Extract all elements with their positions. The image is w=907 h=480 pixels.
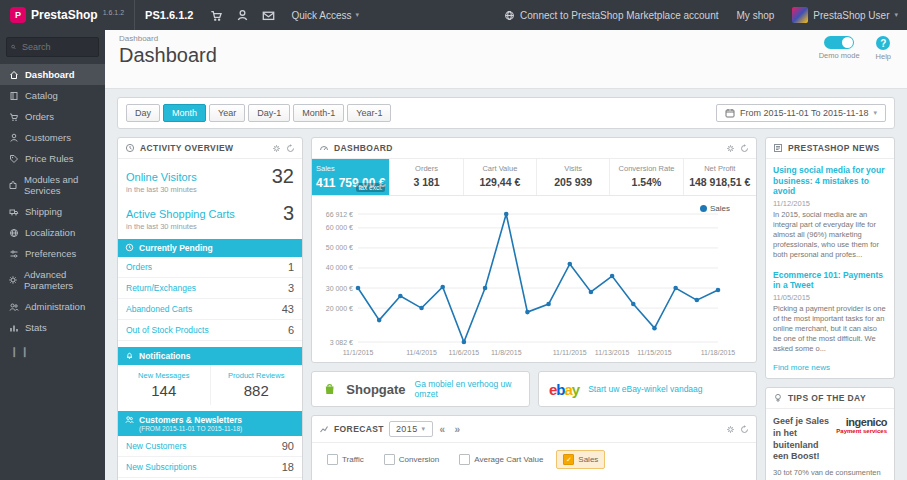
sidebar-item-preferences[interactable]: Preferences bbox=[0, 243, 105, 264]
ebay-promo-link[interactable]: Start uw eBay-winkel vandaag bbox=[588, 384, 702, 394]
sidebar-item-customers[interactable]: Customers bbox=[0, 127, 105, 148]
pending-row-link[interactable]: Orders bbox=[126, 262, 152, 272]
quick-access-menu[interactable]: Quick Access ▾ bbox=[281, 0, 369, 30]
sidebar-item-orders[interactable]: Orders bbox=[0, 106, 105, 127]
product-reviews-label: Product Reviews bbox=[213, 371, 301, 380]
news-article: Using social media for your business: 4 … bbox=[773, 165, 887, 261]
kpi-tab-cart-value[interactable]: Cart Value 129,44 € bbox=[464, 159, 537, 195]
shopgate-promo-link[interactable]: Ga mobiel en verhoog uw omzet bbox=[415, 379, 519, 399]
ebay-letter-3: y bbox=[572, 381, 579, 398]
my-shop-link[interactable]: My shop bbox=[728, 0, 784, 30]
range-button-day[interactable]: Day bbox=[126, 104, 160, 122]
online-visitors-link[interactable]: Online Visitors bbox=[126, 171, 197, 183]
customers-row-link[interactable]: New Customers bbox=[126, 441, 186, 451]
svg-text:3 082 €: 3 082 € bbox=[330, 339, 353, 346]
forecast-year-select[interactable]: 2015 ▾ bbox=[389, 421, 433, 437]
forecast-legend-traffic[interactable]: Traffic bbox=[320, 450, 371, 469]
pending-row-value: 43 bbox=[282, 303, 294, 315]
marketplace-link[interactable]: Connect to PrestaShop Marketplace accoun… bbox=[495, 0, 727, 30]
sidebar-item-dashboard[interactable]: Dashboard bbox=[0, 64, 105, 85]
kpi-tab-visits[interactable]: Visits 205 939 bbox=[537, 159, 610, 195]
kpi-value: 1.54% bbox=[614, 176, 678, 188]
sidebar-item-catalog[interactable]: Catalog bbox=[0, 85, 105, 106]
question-mark-icon: ? bbox=[876, 36, 890, 50]
dashboard-panel: DASHBOARD Sales 411 759,00 € tax excl. bbox=[311, 137, 757, 363]
help-button[interactable]: ? Help bbox=[876, 36, 891, 61]
clock-icon bbox=[125, 243, 134, 252]
tag-icon bbox=[8, 154, 19, 164]
kpi-label: Cart Value bbox=[468, 164, 532, 173]
demo-mode-toggle[interactable]: Demo mode bbox=[819, 36, 860, 60]
range-button-year[interactable]: Year bbox=[209, 104, 245, 122]
tip-headline: Geef je Sales in het buitenland een Boos… bbox=[773, 416, 830, 463]
range-button-day-1[interactable]: Day-1 bbox=[248, 104, 290, 122]
forecast-legend-average-cart-value[interactable]: Average Cart Value bbox=[452, 450, 550, 469]
orders-notifications-button[interactable] bbox=[203, 0, 229, 30]
gear-icon bbox=[726, 144, 735, 153]
brand-name: PrestaShop bbox=[31, 8, 98, 22]
panel-settings-button[interactable] bbox=[272, 144, 281, 153]
news-article-title[interactable]: Ecommerce 101: Payments in a Tweet bbox=[773, 270, 887, 291]
checkbox-icon bbox=[384, 454, 395, 465]
gear-icon bbox=[726, 425, 735, 434]
panel-settings-button[interactable] bbox=[726, 144, 735, 153]
pending-row-link[interactable]: Out of Stock Products bbox=[126, 325, 209, 335]
next-year-button[interactable]: » bbox=[452, 424, 462, 435]
sidebar-item-stats[interactable]: Stats bbox=[0, 317, 105, 338]
kpi-tab-conversion-rate[interactable]: Conversion Rate 1.54% bbox=[610, 159, 683, 195]
product-reviews-cell[interactable]: Product Reviews 882 bbox=[210, 365, 303, 405]
online-visitors-subtitle: in the last 30 minutes bbox=[126, 185, 294, 194]
messages-notifications-button[interactable] bbox=[255, 0, 281, 30]
shop-name-link[interactable]: PS1.6.1.2 bbox=[134, 0, 203, 30]
active-carts-link[interactable]: Active Shopping Carts bbox=[126, 208, 235, 220]
demo-mode-label: Demo mode bbox=[819, 51, 860, 60]
sidebar: Dashboard Catalog Orders Customers Price… bbox=[0, 30, 105, 480]
panel-title: ACTIVITY OVERVIEW bbox=[140, 143, 233, 153]
date-range-picker[interactable]: From 2015-11-01 To 2015-11-18 ▾ bbox=[716, 104, 886, 122]
sidebar-item-localization[interactable]: Localization bbox=[0, 222, 105, 243]
kpi-tab-orders[interactable]: Orders 3 181 bbox=[390, 159, 463, 195]
news-article-title[interactable]: Using social media for your business: 4 … bbox=[773, 165, 887, 197]
svg-text:11/11/2015: 11/11/2015 bbox=[553, 349, 587, 356]
svg-text:20 000 €: 20 000 € bbox=[326, 305, 353, 312]
chevron-down-icon: ▾ bbox=[422, 425, 426, 433]
sidebar-search[interactable] bbox=[6, 37, 99, 57]
sidebar-item-modules[interactable]: Modules and Services bbox=[0, 169, 105, 201]
search-input[interactable] bbox=[20, 41, 94, 53]
panel-settings-button[interactable] bbox=[726, 425, 735, 434]
user-menu[interactable]: PrestaShop User ▾ bbox=[783, 0, 907, 30]
globe-icon bbox=[8, 228, 19, 238]
panel-refresh-button[interactable] bbox=[740, 425, 749, 434]
sidebar-collapse-button[interactable]: ❙❙ bbox=[10, 346, 95, 357]
kpi-tab-net-profit[interactable]: Net Profit 148 918,51 € bbox=[684, 159, 756, 195]
sidebar-item-advanced-parameters[interactable]: Advanced Parameters bbox=[0, 264, 105, 296]
kpi-value: 148 918,51 € bbox=[688, 176, 752, 188]
range-button-year-1[interactable]: Year-1 bbox=[347, 104, 391, 122]
panel-refresh-button[interactable] bbox=[740, 144, 749, 153]
prestashop-logo[interactable]: P PrestaShop 1.6.1.2 bbox=[0, 7, 134, 23]
previous-year-button[interactable]: « bbox=[438, 424, 448, 435]
forecast-legend-sales[interactable]: ✓ Sales bbox=[556, 450, 605, 469]
find-more-news-link[interactable]: Find more news bbox=[773, 363, 887, 372]
sidebar-item-label: Administration bbox=[25, 301, 85, 312]
pending-row-link[interactable]: Abandoned Carts bbox=[126, 304, 192, 314]
chart-legend-sales[interactable]: Sales bbox=[700, 204, 730, 213]
range-button-month-1[interactable]: Month-1 bbox=[293, 104, 344, 122]
new-messages-cell[interactable]: New Messages 144 bbox=[118, 365, 210, 405]
forecast-panel: FORECAST 2015 ▾ « » bbox=[311, 415, 757, 480]
kpi-tab-sales[interactable]: Sales 411 759,00 € tax excl. bbox=[312, 159, 390, 195]
sidebar-item-price-rules[interactable]: Price Rules bbox=[0, 148, 105, 169]
chevron-down-icon: ▾ bbox=[873, 109, 877, 117]
pending-row-link[interactable]: Return/Exchanges bbox=[126, 283, 196, 293]
bar-chart-icon bbox=[8, 323, 19, 333]
sidebar-item-administration[interactable]: Administration bbox=[0, 296, 105, 317]
sidebar-item-shipping[interactable]: Shipping bbox=[0, 201, 105, 222]
panel-refresh-button[interactable] bbox=[286, 144, 295, 153]
people-icon bbox=[8, 302, 19, 312]
svg-text:66 912 €: 66 912 € bbox=[326, 211, 353, 218]
forecast-legend-conversion[interactable]: Conversion bbox=[377, 450, 446, 469]
customers-notifications-button[interactable] bbox=[229, 0, 255, 30]
range-button-month[interactable]: Month bbox=[163, 104, 206, 122]
customers-row-link[interactable]: New Subscriptions bbox=[126, 462, 196, 472]
cart-icon bbox=[210, 9, 223, 22]
